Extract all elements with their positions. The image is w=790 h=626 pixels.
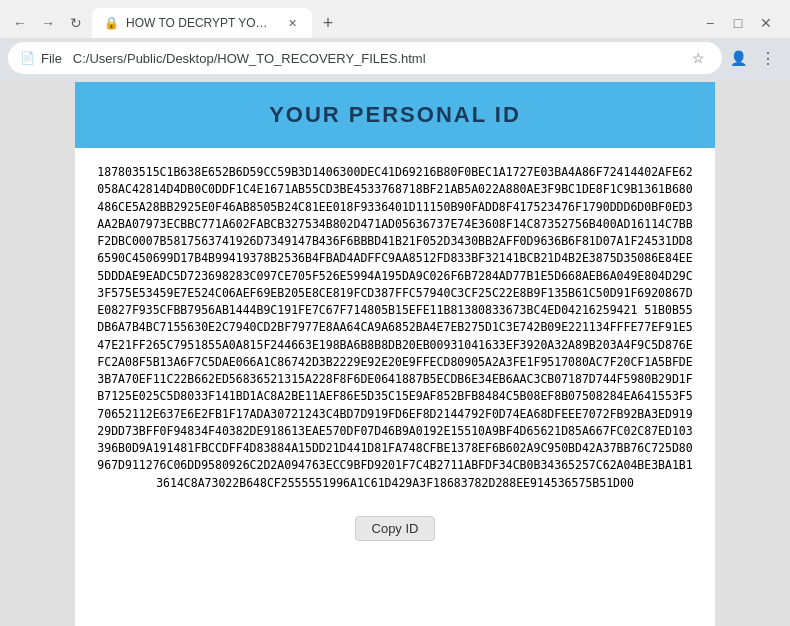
forward-button[interactable]: → (36, 11, 60, 35)
tab-close-button[interactable]: ✕ (284, 15, 300, 31)
address-protocol: File C:/Users/Public/Desktop/HOW_TO_RECO… (41, 51, 680, 66)
address-actions: ☆ (686, 46, 710, 70)
close-button[interactable]: ✕ (754, 11, 778, 35)
bookmark-button[interactable]: ☆ (686, 46, 710, 70)
minimize-button[interactable]: − (698, 11, 722, 35)
window-controls: − □ ✕ (698, 11, 782, 35)
back-button[interactable]: ← (8, 11, 32, 35)
tab-bar: ← → ↻ 🔒 HOW TO DECRYPT YOUR FILES ✕ + − … (0, 0, 790, 38)
address-bar-row: 📄 File C:/Users/Public/Desktop/HOW_TO_RE… (0, 38, 790, 82)
file-icon: 📄 (20, 51, 35, 65)
page-inner: YOUR PERSONAL ID 187803515C1B638E652B6D5… (75, 82, 715, 626)
refresh-button[interactable]: ↻ (64, 11, 88, 35)
page-header-title: YOUR PERSONAL ID (95, 102, 695, 128)
tab-title: HOW TO DECRYPT YOUR FILES (126, 16, 276, 30)
new-tab-button[interactable]: + (316, 11, 340, 35)
tab-favicon: 🔒 (104, 16, 118, 30)
browser-window: ← → ↻ 🔒 HOW TO DECRYPT YOUR FILES ✕ + − … (0, 0, 790, 82)
profile-button[interactable]: 👤 (726, 46, 750, 70)
page-content: YOUR PERSONAL ID 187803515C1B638E652B6D5… (0, 82, 790, 626)
active-tab[interactable]: 🔒 HOW TO DECRYPT YOUR FILES ✕ (92, 8, 312, 38)
id-text-block: 187803515C1B638E652B6D59CC59B3D1406300DE… (75, 148, 715, 508)
address-bar[interactable]: 📄 File C:/Users/Public/Desktop/HOW_TO_RE… (8, 42, 722, 74)
address-path: C:/Users/Public/Desktop/HOW_TO_RECOVERY_… (73, 51, 426, 66)
maximize-button[interactable]: □ (726, 11, 750, 35)
menu-button[interactable]: ⋮ (754, 44, 782, 72)
copy-id-button[interactable]: Copy ID (355, 516, 436, 541)
page-header: YOUR PERSONAL ID (75, 82, 715, 148)
personal-id-text: 187803515C1B638E652B6D59CC59B3D1406300DE… (97, 165, 692, 490)
